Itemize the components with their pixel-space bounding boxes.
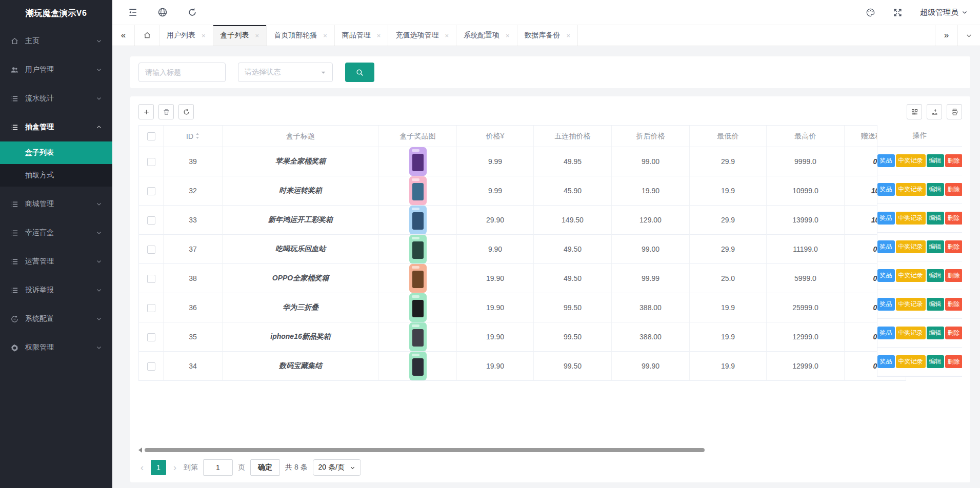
sidebar-item-box-management[interactable]: 抽盒管理 bbox=[0, 116, 112, 138]
delete-selected-button[interactable] bbox=[158, 104, 174, 119]
win-records-button[interactable]: 中奖记录 bbox=[896, 298, 926, 311]
fullscreen-icon[interactable] bbox=[893, 8, 903, 17]
box-prize-image[interactable] bbox=[409, 322, 427, 351]
win-records-button[interactable]: 中奖记录 bbox=[896, 269, 926, 282]
prizes-button[interactable]: 奖品 bbox=[877, 327, 895, 339]
box-prize-image[interactable] bbox=[409, 352, 427, 380]
sidebar-item-permissions[interactable]: 权限管理 bbox=[0, 336, 112, 359]
export-button[interactable] bbox=[927, 104, 942, 119]
tab-box-list[interactable]: 盒子列表× bbox=[213, 25, 267, 46]
row-checkbox[interactable] bbox=[147, 246, 155, 254]
row-checkbox[interactable] bbox=[147, 216, 155, 225]
close-icon[interactable]: × bbox=[323, 32, 327, 39]
win-records-button[interactable]: 中奖记录 bbox=[896, 154, 926, 167]
tabs-scroll-left-button[interactable]: « bbox=[112, 25, 135, 46]
sidebar-item-home[interactable]: 主页 bbox=[0, 30, 112, 52]
scroll-left-arrow-icon[interactable] bbox=[138, 448, 142, 453]
win-records-button[interactable]: 中奖记录 bbox=[896, 327, 926, 339]
page-size-select[interactable]: 20 条/页 bbox=[313, 459, 361, 476]
tab-home-carousel[interactable]: 首页顶部轮播× bbox=[267, 25, 335, 46]
sidebar-item-operations[interactable]: 运营管理 bbox=[0, 250, 112, 273]
delete-button[interactable]: 删除 bbox=[945, 327, 963, 339]
close-icon[interactable]: × bbox=[255, 32, 259, 39]
header-id[interactable]: ID bbox=[164, 126, 223, 147]
select-all-checkbox[interactable] bbox=[147, 132, 155, 140]
delete-button[interactable]: 删除 bbox=[945, 240, 963, 253]
row-checkbox[interactable] bbox=[147, 187, 155, 195]
next-page-icon[interactable]: › bbox=[171, 463, 178, 472]
box-prize-image[interactable] bbox=[409, 235, 427, 263]
row-checkbox[interactable] bbox=[147, 158, 155, 166]
sidebar-item-system-config[interactable]: 系统配置 bbox=[0, 308, 112, 330]
tabs-menu-button[interactable] bbox=[957, 25, 980, 46]
sidebar-item-mall[interactable]: 商城管理 bbox=[0, 193, 112, 215]
box-prize-image[interactable] bbox=[409, 293, 427, 322]
edit-button[interactable]: 编辑 bbox=[927, 183, 944, 196]
status-select[interactable]: 请选择状态 bbox=[238, 63, 333, 82]
edit-button[interactable]: 编辑 bbox=[927, 154, 944, 167]
delete-button[interactable]: 删除 bbox=[945, 269, 963, 282]
sidebar-item-complaints[interactable]: 投诉举报 bbox=[0, 279, 112, 301]
column-settings-button[interactable] bbox=[907, 104, 922, 119]
prev-page-icon[interactable]: ‹ bbox=[138, 463, 146, 472]
box-prize-image[interactable] bbox=[409, 264, 427, 293]
tab-recharge-options[interactable]: 充值选项管理× bbox=[388, 25, 456, 46]
search-button[interactable] bbox=[345, 63, 374, 82]
box-prize-image[interactable] bbox=[409, 206, 427, 234]
prizes-button[interactable]: 奖品 bbox=[877, 269, 895, 282]
close-icon[interactable]: × bbox=[445, 32, 449, 39]
delete-button[interactable]: 删除 bbox=[945, 298, 963, 311]
edit-button[interactable]: 编辑 bbox=[927, 212, 944, 225]
close-icon[interactable]: × bbox=[202, 32, 206, 39]
win-records-button[interactable]: 中奖记录 bbox=[896, 183, 926, 196]
delete-button[interactable]: 删除 bbox=[945, 212, 963, 225]
prizes-button[interactable]: 奖品 bbox=[877, 154, 895, 167]
close-icon[interactable]: × bbox=[506, 32, 510, 39]
reload-button[interactable] bbox=[178, 104, 194, 119]
delete-button[interactable]: 删除 bbox=[945, 355, 963, 368]
prizes-button[interactable]: 奖品 bbox=[877, 240, 895, 253]
row-checkbox[interactable] bbox=[147, 275, 155, 283]
delete-button[interactable]: 删除 bbox=[945, 154, 963, 167]
sidebar-item-users[interactable]: 用户管理 bbox=[0, 58, 112, 81]
tab-database-backup[interactable]: 数据库备份× bbox=[517, 25, 578, 46]
sort-icon[interactable] bbox=[195, 132, 199, 139]
prizes-button[interactable]: 奖品 bbox=[877, 183, 895, 196]
win-records-button[interactable]: 中奖记录 bbox=[896, 240, 926, 253]
tab-home[interactable] bbox=[135, 25, 159, 46]
tab-user-list[interactable]: 用户列表× bbox=[159, 25, 213, 46]
sidebar-item-statistics[interactable]: 流水统计 bbox=[0, 87, 112, 110]
edit-button[interactable]: 编辑 bbox=[927, 298, 944, 311]
refresh-icon[interactable] bbox=[187, 7, 197, 17]
theme-palette-icon[interactable] bbox=[866, 8, 875, 17]
edit-button[interactable]: 编辑 bbox=[927, 240, 944, 253]
confirm-button[interactable]: 确定 bbox=[250, 459, 280, 476]
sidebar-subitem-box-list[interactable]: 盒子列表 bbox=[0, 141, 112, 164]
row-checkbox[interactable] bbox=[147, 362, 155, 371]
sidebar-item-lucky-box[interactable]: 幸运盲盒 bbox=[0, 221, 112, 244]
horizontal-scrollbar[interactable] bbox=[138, 446, 962, 454]
close-icon[interactable]: × bbox=[377, 32, 381, 39]
row-checkbox[interactable] bbox=[147, 304, 155, 312]
win-records-button[interactable]: 中奖记录 bbox=[896, 212, 926, 225]
row-checkbox[interactable] bbox=[147, 333, 155, 341]
edit-button[interactable]: 编辑 bbox=[927, 269, 944, 282]
win-records-button[interactable]: 中奖记录 bbox=[896, 355, 926, 368]
prizes-button[interactable]: 奖品 bbox=[877, 212, 895, 225]
user-menu[interactable]: 超级管理员 bbox=[920, 8, 968, 17]
goto-page-input[interactable] bbox=[203, 459, 233, 476]
scrollbar-thumb[interactable] bbox=[145, 448, 705, 452]
print-button[interactable] bbox=[947, 104, 962, 119]
prizes-button[interactable]: 奖品 bbox=[877, 355, 895, 368]
globe-icon[interactable] bbox=[157, 7, 168, 17]
delete-button[interactable]: 删除 bbox=[945, 183, 963, 196]
page-number-button[interactable]: 1 bbox=[151, 460, 166, 475]
title-search-input[interactable] bbox=[138, 63, 226, 82]
sidebar-fold-icon[interactable] bbox=[128, 7, 138, 17]
add-button[interactable] bbox=[138, 104, 154, 119]
box-prize-image[interactable] bbox=[409, 176, 427, 205]
close-icon[interactable]: × bbox=[567, 32, 571, 39]
edit-button[interactable]: 编辑 bbox=[927, 355, 944, 368]
edit-button[interactable]: 编辑 bbox=[927, 327, 944, 339]
prizes-button[interactable]: 奖品 bbox=[877, 298, 895, 311]
